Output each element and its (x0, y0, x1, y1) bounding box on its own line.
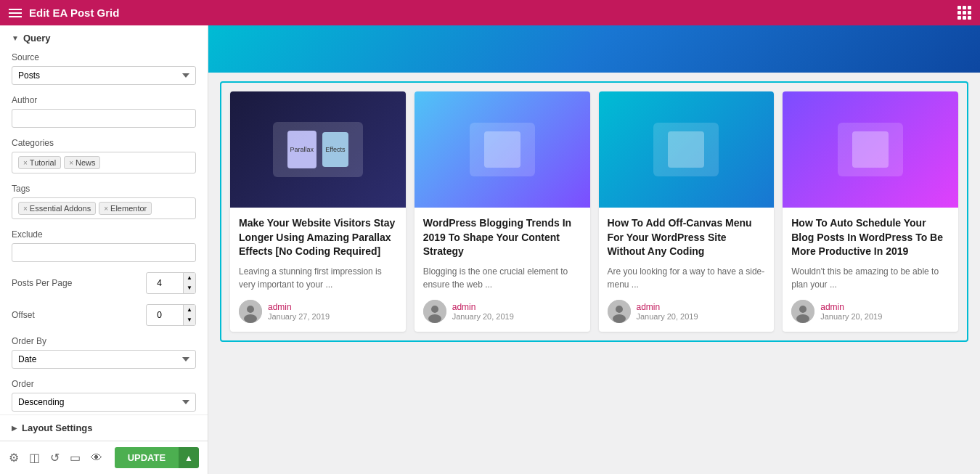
source-select[interactable]: Posts Pages Custom (12, 66, 196, 85)
update-dropdown-button[interactable]: ▲ (179, 447, 199, 468)
exclude-input[interactable] (12, 243, 196, 262)
remove-elementor-icon[interactable]: × (104, 205, 108, 213)
svg-point-1 (247, 306, 254, 313)
tags-field: Tags × Essential Addons × Elementor (12, 184, 196, 219)
tags-container[interactable]: × Essential Addons × Elementor (12, 197, 196, 219)
author-field: Author (12, 95, 196, 128)
post-thumbnail-3 (599, 91, 775, 208)
post-body-2: WordPress Blogging Trends In 2019 To Sha… (415, 208, 590, 332)
post-card-4: How To Auto Schedule Your Blog Posts In … (783, 91, 958, 332)
offset-label: Offset (12, 310, 140, 320)
order-field: Order Descending Ascending (12, 379, 196, 412)
avatar-2 (423, 300, 446, 323)
remove-tutorial-icon[interactable]: × (23, 159, 28, 167)
tag-label: Essential Addons (30, 204, 91, 213)
order-select[interactable]: Descending Ascending (12, 393, 196, 412)
svg-point-5 (428, 314, 441, 323)
posts-per-page-field: Posts Per Page ▲ ▼ (12, 272, 196, 294)
post-meta-4: admin January 20, 2019 (791, 300, 950, 323)
post-author-2: admin (452, 302, 514, 312)
exclude-field: Exclude (12, 229, 196, 262)
query-arrow-icon: ▼ (12, 34, 19, 42)
avatar-3 (608, 300, 631, 323)
post-author-1: admin (268, 302, 330, 312)
posts-per-page-label: Posts Per Page (12, 278, 140, 288)
layers-icon[interactable]: ◫ (29, 451, 40, 465)
posts-per-page-input-wrap: ▲ ▼ (146, 272, 196, 294)
post-title-3: How To Add Off-Canvas Menu For Your Word… (608, 216, 766, 259)
remove-news-icon[interactable]: × (69, 159, 73, 167)
source-label: Source (12, 52, 196, 62)
tag-label: Elementor (110, 204, 147, 213)
categories-tags-container[interactable]: × Tutorial × News (12, 152, 196, 173)
categories-field: Categories × Tutorial × News (12, 138, 196, 173)
device-icon[interactable]: ▭ (70, 451, 81, 465)
post-thumbnail-4 (783, 91, 958, 208)
posts-per-page-up[interactable]: ▲ (183, 273, 195, 283)
categories-label: Categories (12, 138, 196, 148)
author-label: Author (12, 95, 196, 105)
order-by-select[interactable]: Date Title ID Modified (12, 350, 196, 369)
sidebar: ▼ Query Source Posts Pages Custom Author… (0, 25, 208, 474)
category-tag-news[interactable]: × News (64, 156, 100, 169)
avatar-1 (239, 300, 262, 323)
offset-up[interactable]: ▲ (183, 305, 195, 315)
post-card-2: WordPress Blogging Trends In 2019 To Sha… (415, 91, 590, 332)
tag-label: Tutorial (30, 158, 56, 167)
tag-label: News (75, 158, 96, 167)
toolbar-icons: ⚙ ◫ ↺ ▭ 👁 (9, 451, 102, 465)
tag-essential-addons[interactable]: × Essential Addons (18, 202, 96, 215)
post-meta-1: admin January 27, 2019 (239, 300, 397, 323)
banner (208, 25, 980, 73)
post-meta-2: admin January 20, 2019 (423, 300, 581, 323)
remove-ea-icon[interactable]: × (23, 205, 28, 213)
posts-per-page-input[interactable] (147, 275, 183, 291)
hamburger-menu-icon[interactable] (9, 9, 22, 17)
exclude-label: Exclude (12, 229, 196, 240)
svg-point-8 (613, 314, 626, 323)
update-button[interactable]: UPDATE (115, 447, 179, 468)
grid-apps-icon[interactable] (957, 6, 971, 20)
post-body-1: Make Your Website Visitors Stay Longer U… (230, 208, 406, 332)
post-grid: Parallax Effects Make Your Website Visit… (230, 91, 958, 332)
svg-point-10 (799, 306, 807, 313)
author-input[interactable] (12, 109, 196, 128)
post-date-3: January 20, 2019 (637, 312, 698, 321)
layout-settings-header[interactable]: ▶ Layout Settings (12, 422, 196, 433)
source-field: Source Posts Pages Custom (12, 52, 196, 85)
post-title-2: WordPress Blogging Trends In 2019 To Sha… (423, 216, 581, 259)
history-icon[interactable]: ↺ (50, 451, 60, 465)
offset-input[interactable] (147, 307, 183, 323)
category-tag-tutorial[interactable]: × Tutorial (18, 156, 61, 169)
tag-elementor[interactable]: × Elementor (99, 202, 152, 215)
update-btn-group: UPDATE ▲ (115, 447, 199, 468)
order-by-field: Order By Date Title ID Modified (12, 336, 196, 369)
post-title-4: How To Auto Schedule Your Blog Posts In … (791, 216, 950, 259)
layout-settings-label: Layout Settings (22, 422, 93, 433)
top-bar: Edit EA Post Grid (0, 0, 980, 25)
post-card-1: Parallax Effects Make Your Website Visit… (230, 91, 406, 332)
post-date-1: January 27, 2019 (268, 312, 330, 321)
post-date-4: January 20, 2019 (820, 312, 882, 321)
post-excerpt-1: Leaving a stunning first impression is v… (239, 265, 397, 291)
preview-icon[interactable]: 👁 (91, 451, 102, 465)
post-body-3: How To Add Off-Canvas Menu For Your Word… (599, 208, 775, 332)
collapse-handle[interactable]: ‹ (208, 235, 208, 264)
offset-down[interactable]: ▼ (183, 315, 195, 325)
post-thumbnail-2 (415, 91, 590, 208)
avatar-4 (791, 300, 814, 323)
posts-per-page-down[interactable]: ▼ (183, 283, 195, 293)
layout-arrow-icon: ▶ (12, 424, 17, 432)
order-by-label: Order By (12, 336, 196, 346)
page-title: Edit EA Post Grid (29, 7, 119, 19)
post-body-4: How To Auto Schedule Your Blog Posts In … (783, 208, 958, 332)
post-grid-border: Parallax Effects Make Your Website Visit… (220, 81, 968, 342)
post-date-2: January 20, 2019 (452, 312, 514, 321)
query-section-header[interactable]: ▼ Query (12, 33, 196, 44)
query-label: Query (23, 33, 51, 44)
svg-point-2 (244, 314, 257, 323)
settings-icon[interactable]: ⚙ (9, 451, 19, 465)
post-author-3: admin (637, 302, 698, 312)
post-excerpt-3: Are you looking for a way to have a side… (608, 265, 766, 291)
post-title-1: Make Your Website Visitors Stay Longer U… (239, 216, 397, 259)
